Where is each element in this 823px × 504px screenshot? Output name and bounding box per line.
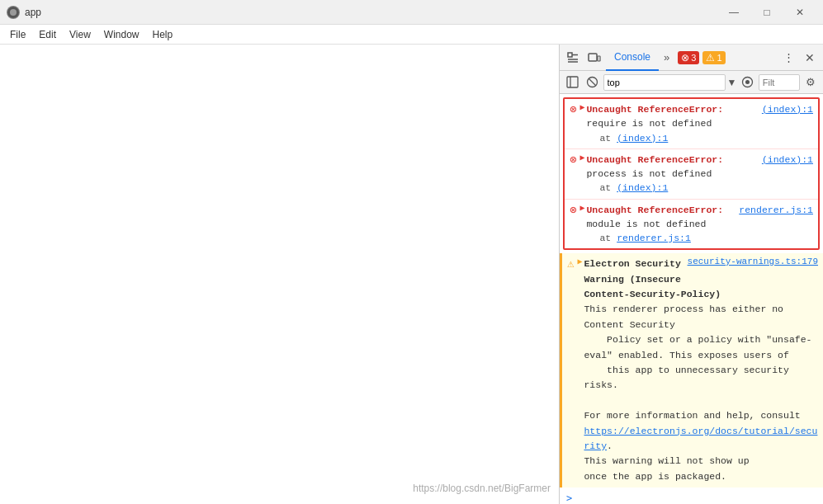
title-bar-controls: — □ ✕ bbox=[717, 0, 816, 25]
error-icon-3: ⊗ bbox=[570, 203, 576, 217]
warning-source-link[interactable]: security-warnings.ts:179 bbox=[688, 257, 818, 266]
warning-icon: ⚠ bbox=[567, 257, 574, 271]
filter-input[interactable] bbox=[759, 74, 800, 91]
menu-window[interactable]: Window bbox=[97, 27, 146, 42]
warning-expand-icon[interactable]: ▶ bbox=[577, 257, 582, 266]
error-row-1: ⊗ ▶ Uncaught ReferenceError: (index):1 r… bbox=[565, 99, 818, 149]
error-icon-1: ⊗ bbox=[570, 102, 576, 116]
watermark: https://blog.csdn.net/BigFarmer bbox=[413, 483, 551, 494]
more-tabs-icon[interactable]: » bbox=[660, 51, 673, 64]
error-link-1[interactable]: (index):1 bbox=[762, 102, 813, 116]
expand-icon-1[interactable]: ▶ bbox=[579, 102, 584, 112]
svg-rect-7 bbox=[598, 56, 600, 61]
warning-section: ⚠ ▶ security-warnings.ts:179 Electron Se… bbox=[560, 253, 823, 488]
at-link-3[interactable]: renderer.js:1 bbox=[617, 233, 691, 243]
maximize-button[interactable]: □ bbox=[750, 0, 783, 25]
svg-line-11 bbox=[589, 78, 596, 86]
menu-edit[interactable]: Edit bbox=[32, 27, 63, 42]
menu-help[interactable]: Help bbox=[146, 27, 180, 42]
warning-text: Electron Security Warning (InsecureConte… bbox=[584, 257, 818, 484]
minimize-button[interactable]: — bbox=[717, 0, 750, 25]
warning-badge: ⚠ 1 bbox=[702, 51, 725, 64]
error-link-2[interactable]: (index):1 bbox=[762, 153, 813, 167]
svg-rect-2 bbox=[568, 53, 572, 57]
title-bar: app — □ ✕ bbox=[0, 0, 823, 25]
devtools-close-icon[interactable]: ✕ bbox=[800, 48, 820, 68]
menu-file[interactable]: File bbox=[3, 27, 32, 42]
console-settings-icon[interactable]: ⚙ bbox=[802, 73, 820, 92]
error-message-3: Uncaught ReferenceError: renderer.js:1 m… bbox=[586, 203, 813, 246]
error-icon-2: ⊗ bbox=[570, 153, 576, 167]
svg-rect-6 bbox=[589, 54, 597, 61]
dropdown-arrow-icon[interactable]: ▼ bbox=[727, 77, 737, 88]
at-link-2[interactable]: (index):1 bbox=[617, 182, 668, 193]
error-badge: ⊗ 3 bbox=[678, 51, 699, 64]
preserve-log-icon[interactable] bbox=[738, 73, 756, 92]
left-panel: https://blog.csdn.net/BigFarmer bbox=[0, 45, 559, 504]
warning-content: security-warnings.ts:179 Electron Securi… bbox=[584, 257, 818, 484]
close-button[interactable]: ✕ bbox=[783, 0, 816, 25]
warning-header-row: ⚠ ▶ security-warnings.ts:179 Electron Se… bbox=[567, 257, 818, 484]
devtools-menu-icon[interactable]: ⋮ bbox=[778, 48, 798, 68]
console-tab[interactable]: Console bbox=[606, 45, 659, 71]
title-bar-title: app bbox=[25, 7, 717, 18]
error-message-2: Uncaught ReferenceError: (index):1 proce… bbox=[586, 153, 813, 195]
error-row-3: ⊗ ▶ Uncaught ReferenceError: renderer.js… bbox=[565, 200, 818, 249]
svg-rect-8 bbox=[567, 77, 578, 87]
at-link-1[interactable]: (index):1 bbox=[617, 133, 668, 144]
devtools-toolbar2: ▼ ⚙ bbox=[560, 71, 823, 94]
sidebar-toggle-icon[interactable] bbox=[563, 73, 581, 92]
svg-point-13 bbox=[745, 80, 750, 84]
expand-icon-2[interactable]: ▶ bbox=[579, 153, 584, 163]
main-area: https://blog.csdn.net/BigFarmer Co bbox=[0, 45, 823, 504]
error-link-3[interactable]: renderer.js:1 bbox=[739, 203, 813, 217]
error-row-2: ⊗ ▶ Uncaught ReferenceError: (index):1 p… bbox=[565, 149, 818, 200]
console-output: ⊗ ▶ Uncaught ReferenceError: (index):1 r… bbox=[560, 94, 823, 504]
warning-url-link[interactable]: https://electronjs.org/docs/tutorial/sec… bbox=[584, 426, 817, 451]
device-toggle-icon[interactable] bbox=[584, 48, 604, 68]
error-section: ⊗ ▶ Uncaught ReferenceError: (index):1 r… bbox=[563, 97, 820, 250]
app-icon bbox=[7, 6, 20, 19]
menu-view[interactable]: View bbox=[63, 27, 97, 42]
svg-point-1 bbox=[10, 9, 17, 16]
inspect-element-icon[interactable] bbox=[563, 48, 583, 68]
devtools-toolbar1: Console » ⊗ 3 ⚠ 1 ⋮ ✕ bbox=[560, 45, 823, 71]
error-message-1: Uncaught ReferenceError: (index):1 requi… bbox=[586, 102, 813, 145]
top-select-input[interactable] bbox=[603, 74, 726, 91]
devtools-panel: Console » ⊗ 3 ⚠ 1 ⋮ ✕ bbox=[559, 45, 823, 504]
expand-icon-3[interactable]: ▶ bbox=[579, 203, 584, 213]
menu-bar: File Edit View Window Help bbox=[0, 25, 823, 45]
clear-console-icon[interactable] bbox=[583, 73, 601, 92]
console-prompt[interactable]: > bbox=[560, 489, 823, 504]
